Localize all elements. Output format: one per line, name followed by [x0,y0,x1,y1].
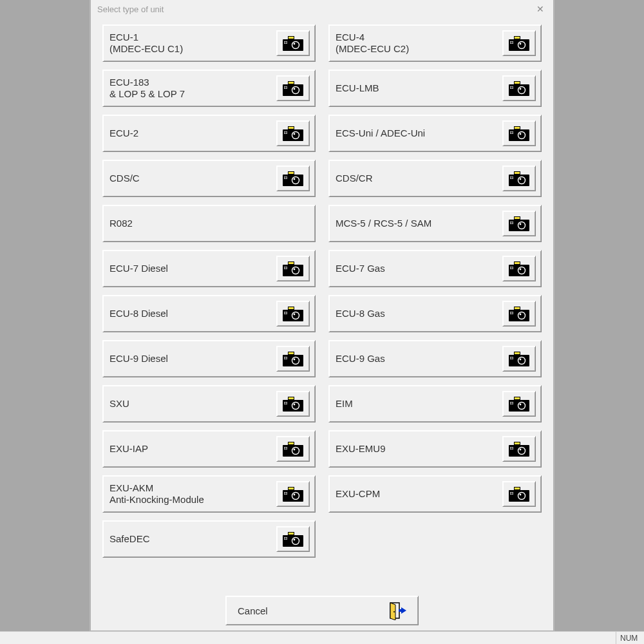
camera-button[interactable] [276,436,310,462]
cancel-button[interactable]: Cancel [225,596,419,625]
camera-icon [508,395,530,412]
option-exu-iap[interactable]: EXU-IAP [102,430,316,468]
option-ecu-7-gas[interactable]: ECU-7 Gas [328,250,542,287]
option-exu-akm[interactable]: EXU-AKM Anti-Knocking-Module [102,475,316,513]
option-label: ECU-2 [109,128,138,139]
camera-icon [508,35,530,52]
camera-button[interactable] [276,391,310,417]
svg-point-12 [393,611,395,612]
camera-button[interactable] [276,346,310,372]
option-ecu-7-diesel[interactable]: ECU-7 Diesel [102,250,316,287]
option-label: MCS-5 / RCS-5 / SAM [336,218,431,229]
option-exu-cpm[interactable]: EXU-CPM [328,475,542,513]
option-cds-cr[interactable]: CDS/CR [328,160,542,197]
option-ecu-9-diesel[interactable]: ECU-9 Diesel [102,340,316,377]
svg-marker-13 [399,607,406,614]
camera-icon [282,35,304,52]
camera-button[interactable] [502,75,536,101]
camera-icon [282,170,304,187]
option-label: SXU [109,398,129,410]
camera-button[interactable] [502,211,536,236]
camera-button[interactable] [502,120,536,146]
camera-icon [508,350,530,367]
option-ecu-4[interactable]: ECU-4 (MDEC-ECU C2) [328,24,542,62]
option-label: EXU-CPM [336,488,380,500]
cancel-label: Cancel [238,605,268,616]
option-cds-c[interactable]: CDS/C [102,160,316,197]
camera-button[interactable] [276,481,310,507]
option-ecu-8-gas[interactable]: ECU-8 Gas [328,295,542,332]
camera-icon [282,440,304,457]
camera-button[interactable] [276,301,310,327]
option-label: ECU-7 Gas [336,263,385,274]
option-label: SafeDEC [109,533,150,545]
camera-icon [508,215,530,232]
dialog-content: ECU-1 (MDEC-ECU C1)ECU-4 (MDEC-ECU C2)EC… [91,18,553,630]
camera-icon [508,170,530,187]
dialog-title: Select type of unit [97,5,164,14]
option-label: ECU-8 Gas [336,308,385,319]
option-label: ECU-9 Diesel [109,353,168,365]
camera-button[interactable] [276,166,310,191]
dialog-titlebar: Select type of unit ✕ [91,0,553,18]
option-label: EXU-IAP [109,443,148,455]
select-unit-dialog: Select type of unit ✕ ECU-1 (MDEC-ECU C1… [90,0,554,631]
option-label: CDS/C [109,173,140,184]
option-ecu-9-gas[interactable]: ECU-9 Gas [328,340,542,377]
camera-icon [282,350,304,367]
camera-icon [282,395,304,412]
camera-icon [508,125,530,142]
camera-icon [508,305,530,322]
status-num: NUM [616,632,644,644]
option-mcs-5[interactable]: MCS-5 / RCS-5 / SAM [328,205,542,242]
option-grid: ECU-1 (MDEC-ECU C1)ECU-4 (MDEC-ECU C2)EC… [102,24,542,588]
camera-button[interactable] [502,30,536,56]
camera-button[interactable] [276,75,310,101]
status-bar: NUM [0,631,644,644]
option-ecu-183[interactable]: ECU-183 & LOP 5 & LOP 7 [102,70,316,107]
camera-button[interactable] [276,30,310,56]
option-label: ECU-9 Gas [336,353,385,365]
option-label: ECU-LMB [336,82,379,94]
camera-button[interactable] [276,526,310,552]
camera-icon [508,80,530,97]
option-ecu-1[interactable]: ECU-1 (MDEC-ECU C1) [102,24,316,62]
camera-icon [508,486,530,502]
option-label: EIM [336,398,353,410]
camera-button[interactable] [502,346,536,372]
camera-button[interactable] [502,256,536,281]
option-ecs-uni[interactable]: ECS-Uni / ADEC-Uni [328,115,542,152]
option-sxu[interactable]: SXU [102,385,316,422]
camera-button[interactable] [502,166,536,191]
option-label: ECU-1 (MDEC-ECU C1) [109,32,183,55]
camera-icon [282,125,304,142]
option-label: CDS/CR [336,173,373,184]
option-label: ECU-4 (MDEC-ECU C2) [336,32,409,55]
option-label: ECS-Uni / ADEC-Uni [336,128,425,139]
option-r082[interactable]: R082 [102,205,316,242]
camera-icon [282,486,304,502]
option-exu-emu9[interactable]: EXU-EMU9 [328,430,542,468]
option-label: EXU-EMU9 [336,443,386,455]
option-safedec[interactable]: SafeDEC [102,520,316,558]
option-ecu-2[interactable]: ECU-2 [102,115,316,152]
camera-button[interactable] [276,120,310,146]
option-label: R082 [109,218,133,229]
camera-button[interactable] [276,256,310,281]
exit-door-icon [387,601,406,620]
camera-button[interactable] [502,391,536,417]
option-eim[interactable]: EIM [328,385,542,422]
option-ecu-lmb[interactable]: ECU-LMB [328,70,542,107]
option-ecu-8-diesel[interactable]: ECU-8 Diesel [102,295,316,332]
camera-icon [282,531,304,547]
camera-button[interactable] [502,481,536,507]
camera-button[interactable] [502,301,536,327]
camera-icon [508,440,530,457]
option-label: ECU-7 Diesel [109,263,168,274]
close-icon[interactable]: ✕ [531,3,549,15]
camera-icon [282,305,304,322]
option-label: EXU-AKM Anti-Knocking-Module [109,482,204,506]
camera-button[interactable] [502,436,536,462]
camera-icon [508,260,530,277]
option-label: ECU-8 Diesel [109,308,168,319]
